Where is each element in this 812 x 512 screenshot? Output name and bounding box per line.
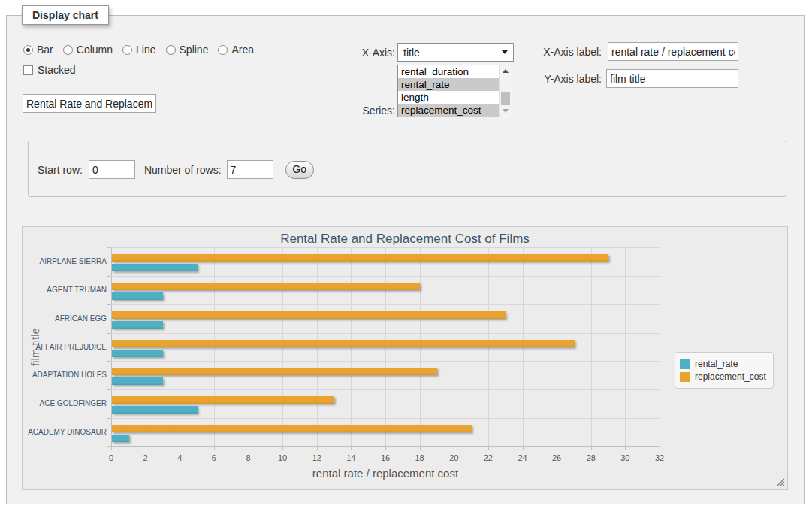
bar-replacement_cost[interactable] [112,254,608,262]
radio-icon[interactable] [23,45,33,55]
gridline [660,247,660,447]
x-tick-label: 12 [302,453,332,462]
x-tick-label: 30 [610,453,640,462]
radio-label: Bar [37,44,53,56]
x-tick-mark [249,447,249,450]
x-axis-select-value: title [403,47,420,59]
bar-replacement_cost[interactable] [112,368,437,375]
y-tick-mark [107,304,111,305]
x-tick-mark [317,447,318,450]
radio-label: Line [136,44,155,56]
gridline [111,389,660,390]
x-tick-mark [591,447,592,450]
bar-rental_rate[interactable] [112,350,163,357]
chart-type-option-bar[interactable]: Bar [23,44,53,56]
series-option-length[interactable]: length [398,91,499,104]
category-label: ACADEMY DINOSAUR [23,428,107,436]
chart-type-option-spline[interactable]: Spline [166,44,209,56]
chart-type-option-column[interactable]: Column [63,44,113,56]
y-tick-mark [107,333,111,334]
y-axis-label-field[interactable] [606,69,738,88]
legend-label: rental_rate [695,359,738,369]
x-tick-mark [111,447,112,450]
gridline [111,276,660,277]
gridline [111,418,660,419]
gridline [111,361,660,362]
radio-icon[interactable] [218,45,228,55]
stacked-checkbox[interactable] [23,65,33,75]
x-tick-mark [488,447,489,450]
y-tick-mark [107,389,111,390]
chart-title-input[interactable] [23,94,156,113]
x-axis-label-text: X-Axis label: [472,46,602,58]
bar-replacement_cost[interactable] [112,283,420,290]
x-tick-mark [660,447,660,450]
chart-type-option-line[interactable]: Line [122,44,155,56]
legend-item-rental_rate[interactable]: rental_rate [680,359,766,369]
y-tick-mark [107,361,111,362]
start-row-input[interactable] [89,160,135,179]
x-tick-label: 28 [576,453,606,462]
radio-label: Column [77,44,113,56]
x-tick-label: 4 [165,453,195,462]
y-tick-mark [107,418,111,419]
bar-rental_rate[interactable] [112,406,198,414]
x-tick-label: 0 [96,453,126,462]
y-axis-label-text: Y-Axis label: [472,73,602,85]
chart-type-group: BarColumnLineSplineArea [23,44,264,56]
x-tick-label: 24 [508,453,538,462]
x-tick-label: 20 [439,453,469,462]
start-row-label: Start row: [38,164,83,176]
rows-controls: Start row: Number of rows: Go [38,160,314,179]
chart-type-option-area[interactable]: Area [218,44,254,56]
gridline [111,304,660,305]
gridline [591,247,592,447]
x-tick-mark [625,447,626,450]
bar-rental_rate[interactable] [112,264,198,271]
category-label: AFRICAN EGG [23,314,107,323]
x-tick-mark [385,447,386,450]
x-tick-label: 6 [199,453,229,462]
stacked-row: Stacked [23,64,76,76]
legend-item-replacement_cost[interactable]: replacement_cost [680,371,766,382]
num-rows-input[interactable] [227,160,273,179]
radio-icon[interactable] [63,45,73,55]
y-tick-mark [107,446,111,447]
bar-replacement_cost[interactable] [112,340,575,347]
x-tick-label: 16 [370,453,400,462]
bar-rental_rate[interactable] [112,435,129,442]
bar-rental_rate[interactable] [112,321,163,329]
gridline [111,333,660,334]
rows-panel: Start row: Number of rows: Go [28,141,786,197]
radio-icon[interactable] [166,45,176,55]
radio-icon[interactable] [122,45,132,55]
series-listbox-label: Series: [322,105,395,117]
scroll-down-button[interactable] [500,105,512,117]
category-label: ADAPTATION HOLES [23,371,107,379]
scroll-thumb[interactable] [501,92,510,106]
bar-replacement_cost[interactable] [112,396,334,404]
bar-replacement_cost[interactable] [112,311,506,319]
chart-title: Rental Rate and Replacement Cost of Film… [23,232,787,247]
x-tick-mark [557,447,557,450]
x-axis-title: rental rate / replacement cost [111,467,660,480]
fieldset-legend: Display chart [22,5,109,25]
chart-container: Rental Rate and Replacement Cost of Film… [22,226,788,490]
legend-label: replacement_cost [695,371,766,382]
x-tick-mark [146,447,146,450]
plot-area [111,247,660,447]
resize-handle-icon[interactable] [776,478,785,487]
bar-replacement_cost[interactable] [112,425,472,432]
radio-label: Area [231,44,254,56]
go-button[interactable]: Go [285,161,314,179]
series-option-replacement_cost[interactable]: replacement_cost [398,104,499,117]
bar-rental_rate[interactable] [112,292,163,300]
x-axis-select-label: X-Axis: [322,47,395,59]
x-axis-label-field[interactable] [608,42,738,61]
x-tick-mark [454,447,454,450]
x-tick-mark [523,447,524,450]
x-tick-mark [282,447,283,450]
x-tick-label: 32 [644,453,675,462]
gridline [625,247,626,447]
bar-rental_rate[interactable] [112,377,163,385]
